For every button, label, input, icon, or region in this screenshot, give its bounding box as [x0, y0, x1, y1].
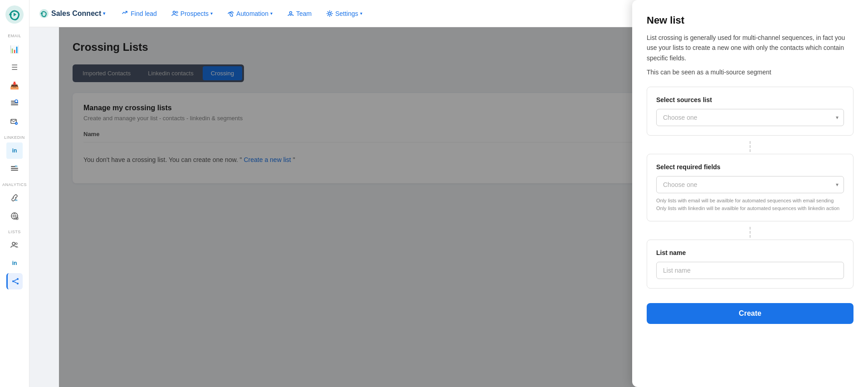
app-logo[interactable] [5, 5, 24, 24]
svg-text:in: in [15, 165, 18, 167]
nav-team-label: Team [296, 10, 312, 17]
brand-logo[interactable]: Sales Connect ▾ [39, 8, 105, 19]
svg-point-23 [329, 12, 331, 15]
nav-automation[interactable]: Automation ▾ [222, 7, 278, 20]
sidebar-icon-email-list[interactable] [6, 95, 23, 112]
modal-sub-description: This can be seen as a multi-source segme… [647, 69, 853, 76]
sidebar-icon-menu[interactable]: ☰ [6, 59, 23, 75]
fields-select[interactable]: Choose one [656, 176, 844, 193]
fields-hint: Only lists with email will be availble f… [656, 197, 844, 212]
brand-name: Sales Connect [51, 10, 101, 18]
fields-section: Select required fields Choose one Only l… [647, 154, 853, 221]
nav-prospects[interactable]: Prospects ▾ [166, 7, 218, 20]
svg-point-21 [176, 11, 178, 13]
sources-label: Select sources list [656, 96, 844, 103]
svg-rect-9 [11, 170, 18, 171]
svg-rect-8 [11, 168, 18, 169]
connector-1 [647, 139, 853, 154]
sidebar-icon-email-compose[interactable] [6, 113, 23, 130]
svg-point-20 [173, 11, 175, 13]
svg-rect-3 [11, 104, 18, 105]
sidebar-section-analytics: ANALYTICS [0, 182, 29, 187]
sidebar-icon-chart[interactable]: 📊 [6, 41, 23, 57]
sidebar-icon-linkedin[interactable]: in [6, 142, 23, 159]
main-wrapper: Crossing Lists Imported Contacts Linkedi… [59, 27, 868, 387]
svg-text:in: in [15, 199, 18, 201]
svg-point-22 [289, 11, 292, 14]
sidebar-section-linkedin: LINKEDIN [0, 135, 29, 140]
sources-section: Select sources list Choose one [647, 87, 853, 136]
sidebar-icon-inbox[interactable]: 📥 [6, 77, 23, 93]
svg-point-18 [17, 283, 19, 284]
svg-point-17 [12, 280, 14, 282]
connector-line-2 [750, 227, 751, 238]
connector-2 [647, 225, 853, 240]
sources-select-wrapper: Choose one [656, 109, 844, 126]
sidebar-icon-analytics-globe[interactable] [6, 208, 23, 224]
fields-select-wrapper: Choose one [656, 176, 844, 193]
sources-select[interactable]: Choose one [656, 109, 844, 126]
sidebar-icon-lists-linkedin[interactable]: in [6, 255, 23, 271]
nav-settings-label: Settings [335, 10, 358, 17]
sidebar-icon-analytics-link[interactable]: in [6, 190, 23, 206]
nav-find-lead[interactable]: Find lead [116, 7, 162, 20]
sidebar-icon-linkedin-list[interactable]: in [6, 161, 23, 177]
brand-chevron: ▾ [103, 11, 105, 16]
create-button[interactable]: Create [647, 303, 853, 324]
list-name-label: List name [656, 249, 844, 256]
nav-find-lead-label: Find lead [131, 10, 157, 17]
sidebar-icon-lists-share[interactable] [6, 273, 23, 289]
svg-point-14 [12, 242, 15, 245]
list-name-section: List name [647, 240, 853, 289]
sidebar-section-email: EMAIL [0, 34, 29, 38]
sidebar-section-lists: LISTS [0, 230, 29, 234]
nav-settings[interactable]: Settings ▾ [321, 7, 368, 20]
nav-automation-label: Automation [236, 10, 268, 17]
sidebar: EMAIL 📊 ☰ 📥 LINKEDIN in in ANALYTICS in … [0, 0, 29, 387]
modal-description: List crossing is generally used for mult… [647, 33, 853, 63]
nav-team[interactable]: Team [282, 7, 317, 20]
nav-prospects-label: Prospects [180, 10, 209, 17]
list-name-input[interactable] [656, 262, 844, 279]
sidebar-icon-lists-people[interactable] [6, 237, 23, 253]
svg-point-16 [17, 278, 19, 280]
connector-line-1 [750, 141, 751, 152]
svg-point-15 [15, 243, 17, 245]
new-list-modal: New list List crossing is generally used… [632, 27, 868, 387]
fields-label: Select required fields [656, 163, 844, 171]
